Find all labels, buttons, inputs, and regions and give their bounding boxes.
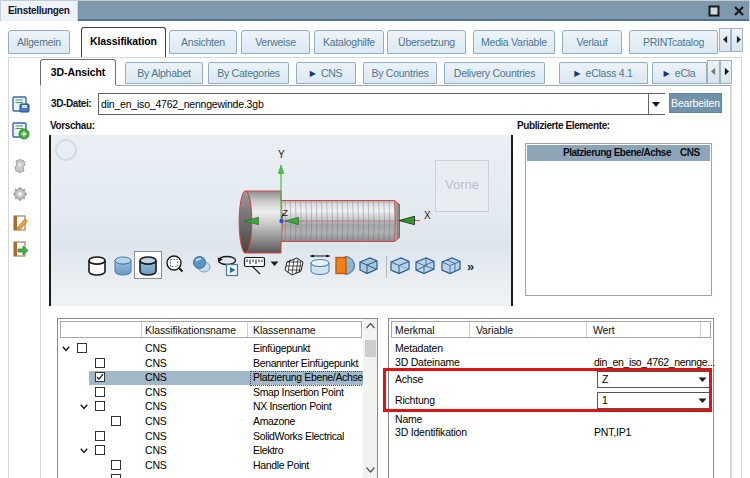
svg-text:Z: Z [283, 208, 289, 218]
svg-text:»: » [467, 259, 474, 274]
svg-text:X: X [424, 210, 431, 221]
svg-text:Y: Y [278, 149, 285, 160]
